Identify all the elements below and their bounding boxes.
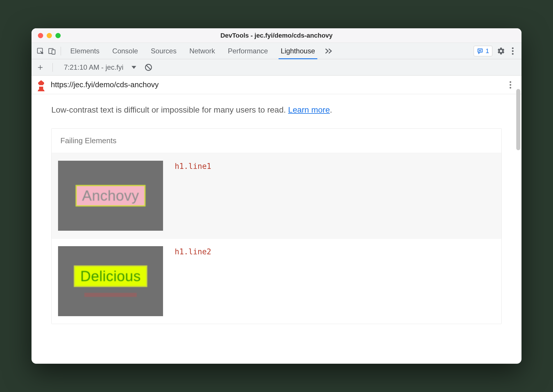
kebab-menu-icon[interactable] <box>507 45 519 57</box>
audit-description-suffix: . <box>330 105 332 114</box>
close-window-button[interactable] <box>38 33 43 38</box>
thumbnail-secondary <box>84 293 137 297</box>
failing-elements-panel: Failing Elements Anchovy h1.line1 Delici… <box>51 128 502 324</box>
svg-point-13 <box>510 84 511 86</box>
element-selector: h1.line1 <box>175 161 211 231</box>
inspect-element-icon[interactable] <box>34 45 46 57</box>
new-report-button[interactable]: ＋ <box>35 61 46 73</box>
tab-network[interactable]: Network <box>183 43 221 59</box>
report-url: https://jec.fyi/demo/cds-anchovy <box>51 80 159 89</box>
tab-elements[interactable]: Elements <box>64 43 106 59</box>
tabs: Elements Console Sources Network Perform… <box>64 43 321 59</box>
svg-rect-11 <box>39 85 43 87</box>
report-menu-icon[interactable] <box>505 79 516 91</box>
issues-badge[interactable]: 1 <box>474 46 492 56</box>
window-title: DevTools - jec.fyi/demo/cds-anchovy <box>32 32 522 39</box>
tab-performance[interactable]: Performance <box>221 43 274 59</box>
devtools-tabbar: Elements Console Sources Network Perform… <box>32 43 522 59</box>
svg-rect-2 <box>52 50 55 54</box>
tab-console[interactable]: Console <box>106 43 144 59</box>
svg-point-14 <box>510 87 511 88</box>
svg-line-9 <box>146 65 150 69</box>
window-controls <box>38 33 61 38</box>
panel-title: Failing Elements <box>52 129 501 153</box>
minimize-window-button[interactable] <box>47 33 52 38</box>
more-tabs-button[interactable] <box>321 48 336 54</box>
devtools-window: DevTools - jec.fyi/demo/cds-anchovy Elem… <box>32 28 522 364</box>
scrollbar[interactable] <box>516 89 520 150</box>
element-selector: h1.line2 <box>175 246 211 316</box>
lighthouse-url-bar: https://jec.fyi/demo/cds-anchovy <box>32 76 522 94</box>
report-selector-label: 7:21:10 AM - jec.fyi <box>64 63 123 71</box>
svg-point-12 <box>510 81 511 83</box>
device-toolbar-icon[interactable] <box>46 45 58 57</box>
divider <box>61 47 61 55</box>
divider <box>52 63 53 72</box>
report-selector[interactable]: 7:21:10 AM - jec.fyi <box>60 63 140 71</box>
tab-lighthouse[interactable]: Lighthouse <box>274 43 321 59</box>
titlebar: DevTools - jec.fyi/demo/cds-anchovy <box>32 28 522 43</box>
tab-sources[interactable]: Sources <box>144 43 183 59</box>
settings-icon[interactable] <box>495 45 507 57</box>
thumbnail-highlight: Anchovy <box>76 185 145 206</box>
maximize-window-button[interactable] <box>55 33 61 38</box>
lighthouse-toolbar: ＋ 7:21:10 AM - jec.fyi <box>32 59 522 76</box>
element-thumbnail: Anchovy <box>58 161 163 231</box>
chevron-down-icon <box>132 66 136 69</box>
clear-icon[interactable] <box>144 63 153 71</box>
report-content: Low-contrast text is difficult or imposs… <box>32 94 522 364</box>
svg-point-6 <box>512 50 514 52</box>
issues-count: 1 <box>486 47 489 55</box>
thumbnail-highlight: Delicious <box>74 265 147 287</box>
audit-description-text: Low-contrast text is difficult or imposs… <box>51 105 288 114</box>
audit-description: Low-contrast text is difficult or imposs… <box>51 104 502 116</box>
failing-element-row[interactable]: Anchovy h1.line1 <box>52 153 501 239</box>
failing-element-row[interactable]: Delicious h1.line2 <box>52 239 501 324</box>
svg-point-5 <box>512 47 514 49</box>
svg-point-7 <box>512 53 514 55</box>
learn-more-link[interactable]: Learn more <box>288 105 330 114</box>
element-thumbnail: Delicious <box>58 246 163 316</box>
lighthouse-icon <box>37 80 46 90</box>
svg-rect-10 <box>39 84 43 90</box>
